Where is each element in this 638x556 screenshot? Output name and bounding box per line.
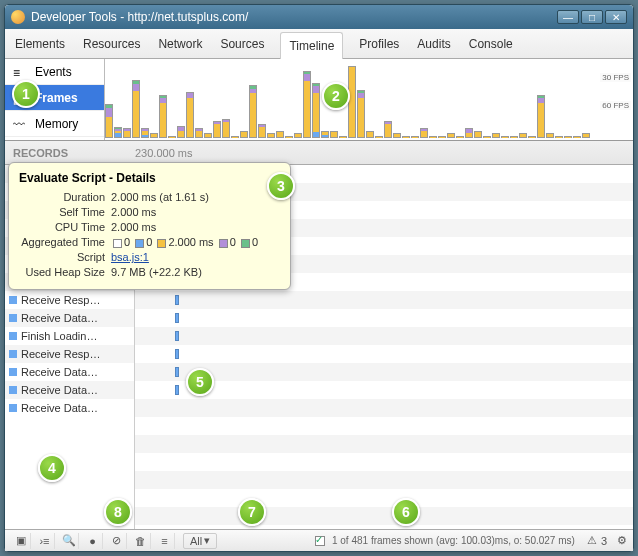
frame-bar[interactable] (231, 136, 239, 138)
record-row[interactable]: Receive Resp… (5, 345, 134, 363)
frames-chart[interactable]: 30 FPS 60 FPS (105, 59, 633, 140)
fps-30-label: 30 FPS (600, 73, 631, 82)
script-link[interactable]: bsa.js:1 (111, 251, 149, 263)
titlebar[interactable]: Developer Tools - http://net.tutsplus.co… (5, 5, 633, 29)
clear-button[interactable]: ⊘ (107, 533, 127, 549)
frame-bar[interactable] (510, 136, 518, 138)
timeline-event[interactable] (175, 313, 179, 323)
gc-button[interactable]: 🗑 (131, 533, 151, 549)
frame-bar[interactable] (546, 133, 554, 138)
frame-bar[interactable] (375, 136, 383, 138)
tab-sources[interactable]: Sources (218, 31, 266, 57)
frame-bar[interactable] (168, 136, 176, 138)
aggregated-time-values: 0 0 2.000 ms 0 0 (111, 236, 280, 248)
frame-bar[interactable] (366, 131, 374, 138)
warn-icon[interactable]: ⚠ (587, 534, 597, 547)
maximize-button[interactable]: □ (581, 10, 603, 24)
frame-bar[interactable] (357, 90, 365, 138)
record-swatch (9, 314, 17, 322)
frame-bar[interactable] (339, 136, 347, 138)
tab-audits[interactable]: Audits (415, 31, 452, 57)
frame-bar[interactable] (321, 131, 329, 138)
frame-bar[interactable] (438, 136, 446, 138)
timeline-event[interactable] (175, 367, 179, 377)
frame-bar[interactable] (141, 128, 149, 138)
app-icon (11, 10, 25, 24)
timeline-event[interactable] (175, 295, 179, 305)
frame-bar[interactable] (411, 136, 419, 138)
frame-bar[interactable] (564, 136, 572, 138)
frame-bar[interactable] (294, 133, 302, 138)
frame-bar[interactable] (330, 131, 338, 138)
record-swatch (9, 404, 17, 412)
frame-bar[interactable] (150, 133, 158, 138)
annotation-badge-2: 2 (322, 82, 350, 110)
frame-bar[interactable] (555, 136, 563, 138)
frame-bar[interactable] (492, 133, 500, 138)
frame-bar[interactable] (429, 136, 437, 138)
frame-bar[interactable] (204, 133, 212, 138)
record-row[interactable]: Receive Data… (5, 363, 134, 381)
filter-glue-button[interactable]: ≡ (155, 533, 175, 549)
frame-bar[interactable] (222, 119, 230, 138)
record-row[interactable]: Receive Data… (5, 399, 134, 417)
settings-icon[interactable]: ⚙ (617, 534, 627, 547)
frame-bar[interactable] (456, 136, 464, 138)
close-button[interactable]: ✕ (605, 10, 627, 24)
warn-count: 3 (601, 535, 607, 547)
dock-button[interactable]: ▣ (11, 533, 31, 549)
frame-bar[interactable] (537, 95, 545, 138)
console-toggle-button[interactable]: ›≡ (35, 533, 55, 549)
record-row[interactable]: Receive Data… (5, 309, 134, 327)
frame-bar[interactable] (528, 136, 536, 138)
frame-bar[interactable] (249, 85, 257, 138)
tab-resources[interactable]: Resources (81, 31, 142, 57)
frame-bar[interactable] (177, 126, 185, 138)
frame-bar[interactable] (240, 131, 248, 138)
frame-bar[interactable] (474, 131, 482, 138)
frame-bar[interactable] (582, 133, 590, 138)
frame-bar[interactable] (420, 128, 428, 138)
frame-bar[interactable] (465, 128, 473, 138)
frame-bar[interactable] (303, 71, 311, 138)
timeline-event[interactable] (175, 331, 179, 341)
record-row[interactable]: Finish Loadin… (5, 327, 134, 345)
tab-network[interactable]: Network (156, 31, 204, 57)
frame-bar[interactable] (393, 133, 401, 138)
record-button[interactable]: ● (83, 533, 103, 549)
frame-bar[interactable] (519, 133, 527, 138)
tab-elements[interactable]: Elements (13, 31, 67, 57)
frame-bar[interactable] (384, 121, 392, 138)
frame-bar[interactable] (123, 128, 131, 138)
view-memory[interactable]: 〰Memory (5, 111, 104, 137)
frame-bar[interactable] (276, 131, 284, 138)
timeline-event[interactable] (175, 349, 179, 359)
frame-bar[interactable] (573, 136, 581, 138)
search-button[interactable]: 🔍 (59, 533, 79, 549)
frame-bar[interactable] (501, 136, 509, 138)
frame-bar[interactable] (483, 136, 491, 138)
minimize-button[interactable]: — (557, 10, 579, 24)
frame-bar[interactable] (132, 80, 140, 138)
tab-timeline[interactable]: Timeline (280, 32, 343, 60)
frame-bar[interactable] (195, 128, 203, 138)
tab-profiles[interactable]: Profiles (357, 31, 401, 57)
frame-bar[interactable] (186, 92, 194, 138)
record-row[interactable]: Receive Data… (5, 381, 134, 399)
frame-bar[interactable] (285, 136, 293, 138)
frame-bar[interactable] (402, 136, 410, 138)
timeline-event[interactable] (175, 385, 179, 395)
frame-bar[interactable] (213, 121, 221, 138)
record-row[interactable]: Receive Resp… (5, 291, 134, 309)
frame-bar[interactable] (159, 95, 167, 138)
frame-bar[interactable] (114, 127, 122, 138)
frame-bar[interactable] (447, 133, 455, 138)
frame-bar[interactable] (348, 66, 356, 138)
frame-bar[interactable] (267, 133, 275, 138)
filter-dropdown[interactable]: All ▾ (183, 533, 217, 549)
frame-bar[interactable] (105, 104, 113, 138)
checkbox-frames[interactable] (315, 536, 325, 546)
tab-console[interactable]: Console (467, 31, 515, 57)
frame-bar[interactable] (258, 124, 266, 138)
frame-bar[interactable] (312, 83, 320, 138)
